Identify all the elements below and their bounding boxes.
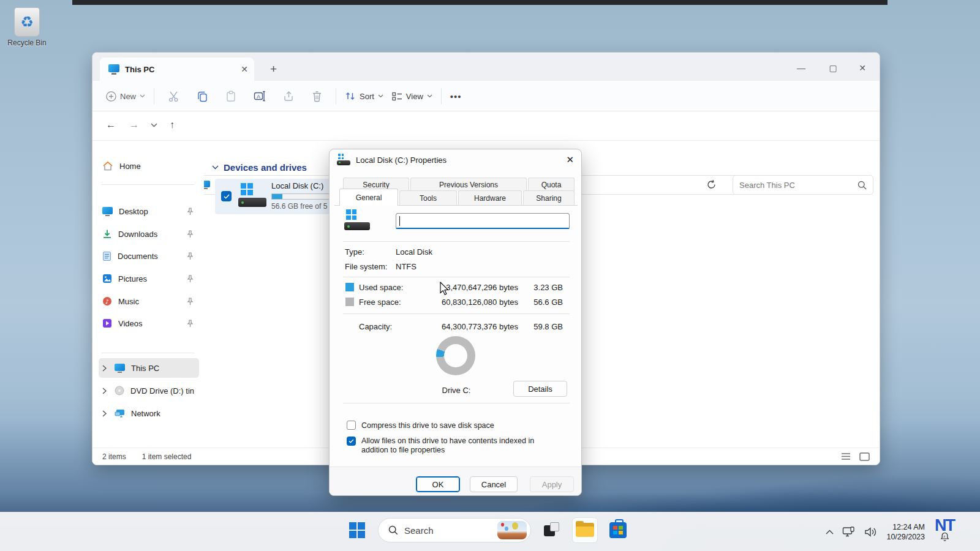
sort-label: Sort <box>360 92 374 101</box>
copy-icon[interactable] <box>197 91 208 102</box>
paste-icon[interactable] <box>225 91 236 102</box>
network-tray-icon[interactable] <box>842 527 856 538</box>
recycle-bin-desktop-icon[interactable]: ♻ Recycle Bin <box>5 7 49 47</box>
taskbar-search[interactable]: Search <box>378 518 531 542</box>
tab-close-icon[interactable]: ✕ <box>241 64 248 74</box>
start-button[interactable] <box>345 518 369 542</box>
store-icon <box>609 522 627 538</box>
tab-tools[interactable]: Tools <box>399 190 457 205</box>
sidebar-item-desktop[interactable]: Desktop <box>99 201 199 221</box>
new-tab-button[interactable]: + <box>270 62 277 76</box>
dvd-icon <box>115 386 124 395</box>
toolbar-divider <box>154 88 154 104</box>
compress-checkbox[interactable] <box>347 421 356 430</box>
sidebar-item-documents[interactable]: Documents <box>99 246 199 266</box>
dialog-title-bar[interactable]: Local Disk (C:) Properties ✕ <box>330 149 581 170</box>
capacity-size: 59.8 GB <box>520 322 563 331</box>
cut-icon[interactable] <box>168 91 179 102</box>
section-collapse-icon[interactable] <box>212 165 219 170</box>
tab-hardware[interactable]: Hardware <box>458 190 522 205</box>
details-button[interactable]: Details <box>513 381 567 397</box>
sidebar-item-downloads[interactable]: Downloads <box>99 224 199 244</box>
toolbar-divider <box>441 88 442 104</box>
dialog-title: Local Disk (C:) Properties <box>356 156 560 165</box>
sidebar-item-home[interactable]: Home <box>99 156 199 176</box>
tab-general[interactable]: General <box>339 189 398 206</box>
text-caret <box>399 216 400 226</box>
search-icon <box>388 525 398 535</box>
sidebar-divider <box>101 184 194 185</box>
chevron-right-icon[interactable] <box>102 410 108 417</box>
drive-checkbox[interactable] <box>221 191 232 201</box>
sidebar-item-dvd-drive[interactable]: DVD Drive (D:) tiny1 <box>99 381 199 400</box>
tab-quota[interactable]: Quota <box>528 178 575 191</box>
home-icon <box>102 161 113 171</box>
up-button[interactable]: ↑ <box>170 119 175 130</box>
drive-free-text: 56.6 GB free of 5 <box>271 202 327 211</box>
search-icon <box>858 181 867 190</box>
file-explorer-taskbar-button[interactable] <box>573 518 597 542</box>
more-options-button[interactable]: ••• <box>450 91 462 102</box>
sort-button[interactable]: Sort <box>345 91 383 101</box>
thumbnail-view-toggle-icon[interactable] <box>859 452 870 461</box>
folder-icon <box>576 523 594 538</box>
taskbar-search-placeholder: Search <box>404 525 491 536</box>
dialog-close-icon[interactable]: ✕ <box>566 154 574 165</box>
drive-icon <box>238 183 266 210</box>
dialog-separator <box>343 403 570 403</box>
history-chevron-icon[interactable] <box>151 123 157 127</box>
sidebar-item-this-pc[interactable]: This PC <box>99 358 199 378</box>
toolbar-divider <box>336 88 336 104</box>
cancel-button[interactable]: Cancel <box>470 476 518 492</box>
notification-bell-icon[interactable]: z <box>940 532 949 544</box>
close-button[interactable]: ✕ <box>850 60 875 76</box>
sidebar-item-label: Pictures <box>118 274 180 283</box>
volume-tray-icon[interactable] <box>864 527 878 538</box>
index-checkbox-label[interactable]: Allow files on this drive to have conten… <box>361 437 545 455</box>
task-view-button[interactable] <box>540 518 564 542</box>
microsoft-store-button[interactable] <box>606 518 630 542</box>
view-button[interactable]: View <box>392 92 432 101</box>
list-view-toggle-icon[interactable] <box>841 452 851 460</box>
pin-icon <box>186 252 194 260</box>
drive-tile-local-disk-c[interactable]: Local Disk (C:) 56.6 GB free of 5 <box>215 179 337 214</box>
music-icon: ♪ <box>102 296 112 306</box>
tab-previous-versions[interactable]: Previous Versions <box>410 178 527 191</box>
delete-icon[interactable] <box>312 91 322 102</box>
section-label: Devices and drives <box>224 162 307 173</box>
free-space-label: Free space: <box>359 298 401 307</box>
chevron-right-icon[interactable] <box>102 388 108 394</box>
tray-chevron-up-icon[interactable] <box>826 530 834 534</box>
section-devices-and-drives[interactable]: Devices and drives <box>212 162 307 173</box>
sidebar-item-network[interactable]: Network <box>99 403 199 423</box>
view-icon <box>392 92 402 101</box>
rename-icon[interactable]: A <box>254 91 266 102</box>
new-button[interactable]: New <box>106 91 145 102</box>
minimize-button[interactable]: — <box>789 60 813 76</box>
compress-checkbox-label[interactable]: Compress this drive to save disk space <box>361 421 494 430</box>
monitor-icon <box>108 64 119 75</box>
search-highlight-image <box>497 521 527 539</box>
tab-this-pc[interactable]: This PC ✕ <box>100 58 254 81</box>
status-selected-count: 1 item selected <box>142 452 192 461</box>
drive-label-input[interactable] <box>396 213 570 229</box>
chevron-right-icon[interactable] <box>102 365 108 372</box>
chevron-down-icon <box>378 94 383 98</box>
sort-icon <box>345 91 356 101</box>
apply-button[interactable]: Apply <box>530 476 574 492</box>
share-icon[interactable] <box>283 91 295 102</box>
forward-button[interactable]: → <box>129 119 139 130</box>
index-checkbox[interactable] <box>347 437 356 446</box>
ok-button[interactable]: OK <box>416 476 460 492</box>
search-box[interactable]: Search This PC <box>733 175 873 195</box>
sidebar-item-music[interactable]: ♪ Music <box>99 291 199 311</box>
taskbar-clock[interactable]: 12:24 AM 10/29/2023 <box>886 522 925 542</box>
refresh-icon[interactable] <box>706 179 717 190</box>
tab-sharing[interactable]: Sharing <box>523 190 575 205</box>
sidebar-item-videos[interactable]: Videos <box>99 313 199 333</box>
clock-time: 12:24 AM <box>886 522 925 532</box>
sidebar-item-pictures[interactable]: Pictures <box>99 269 199 288</box>
back-button[interactable]: ← <box>106 119 116 130</box>
maximize-button[interactable]: ▢ <box>821 60 845 76</box>
disk-usage-donut-chart <box>436 336 475 375</box>
